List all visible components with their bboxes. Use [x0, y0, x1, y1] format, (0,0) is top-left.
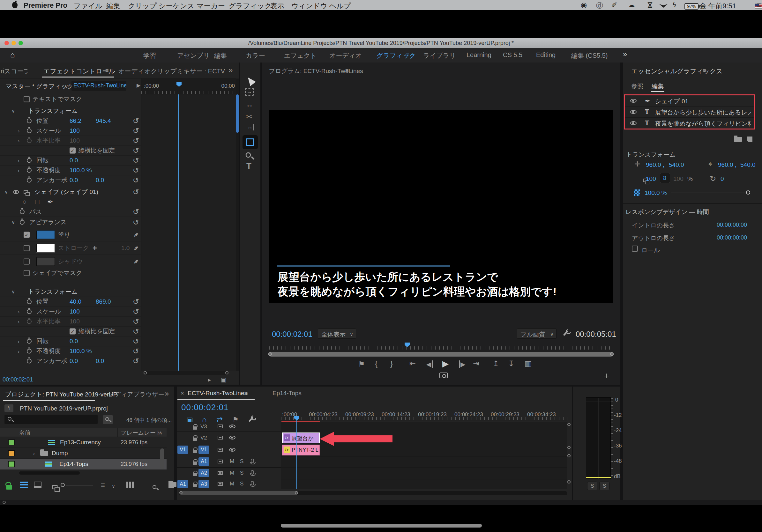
thumbnail-zoom-handle[interactable]: [61, 483, 65, 487]
layer-visibility-eye-icon[interactable]: [630, 99, 637, 103]
dropbox-icon[interactable]: ⓓ: [596, 1, 603, 11]
stopwatch-icon[interactable]: [27, 299, 32, 304]
shadow-color-swatch[interactable]: [37, 257, 55, 266]
layer-visibility-eye-icon[interactable]: [630, 110, 637, 114]
eg-new-layer-icon[interactable]: [747, 137, 752, 142]
chevron-right-icon[interactable]: ›: [18, 138, 20, 144]
caption-line1[interactable]: 展望台から少し歩いた所にあるレストランで: [277, 270, 498, 285]
program-mini-ruler[interactable]: [269, 346, 613, 350]
sort-ascending-icon[interactable]: ∧: [159, 430, 162, 436]
ec-tab-active[interactable]: エフェクトコントロール: [43, 67, 115, 76]
rectangle-tool-selected[interactable]: [243, 135, 258, 149]
eyedropper-icon[interactable]: ✒: [131, 230, 141, 239]
item-name[interactable]: Ep14-Tops: [59, 461, 88, 468]
project-row-ep13[interactable]: Ep13-Currency 23.976 fps: [0, 437, 167, 448]
shape-mask-checkbox[interactable]: [24, 270, 30, 276]
eg-tab-edit[interactable]: 編集: [651, 82, 664, 91]
eg-outro-value[interactable]: 00:00:00:00: [717, 234, 747, 241]
traffic-light-close[interactable]: [4, 41, 9, 45]
label-color-swatch[interactable]: [8, 450, 15, 456]
anchor-x-value[interactable]: 0.0: [70, 177, 78, 184]
traffic-light-minimize[interactable]: [12, 41, 16, 45]
caption-underline-shape[interactable]: [277, 265, 450, 267]
reset-icon[interactable]: ↺: [133, 116, 139, 125]
eg-intro-value[interactable]: 00:00:00:00: [717, 222, 747, 229]
battery-indicator[interactable]: 97%: [684, 3, 699, 10]
icon-view-icon[interactable]: [34, 482, 41, 488]
selection-tool-icon[interactable]: [245, 75, 256, 86]
export-frame-icon[interactable]: [439, 372, 448, 378]
stopwatch-icon[interactable]: [27, 158, 32, 163]
reset-icon[interactable]: ↺: [133, 327, 139, 336]
reset-icon[interactable]: ↺: [133, 207, 139, 216]
step-back-icon[interactable]: ◀: [426, 361, 433, 368]
label-color-swatch[interactable]: [8, 461, 15, 467]
rect-tool-icon[interactable]: □: [35, 198, 39, 206]
mute-button[interactable]: M: [230, 481, 234, 487]
item-name[interactable]: Ep13-Currency: [60, 439, 101, 446]
eg-panel-menu-icon[interactable]: ≡: [703, 67, 706, 74]
ec-tab-scope[interactable]: riスコープ: [1, 67, 28, 76]
ws-tab-edit[interactable]: 編集: [214, 51, 227, 60]
ws-tab-graphics-active[interactable]: グラフィック: [377, 51, 416, 60]
program-settings-wrench-icon[interactable]: [563, 331, 568, 336]
track-scroll-dot[interactable]: [568, 480, 571, 484]
ec-vertical-scrollbar[interactable]: [236, 79, 239, 370]
ec-playhead-line[interactable]: [178, 95, 179, 370]
column-framerate[interactable]: フレームレート: [120, 429, 162, 436]
reset-icon[interactable]: ↺: [133, 176, 139, 185]
ec-section-shape[interactable]: ∨ シェイプ (シェイプ 01) ↺: [0, 187, 141, 197]
position-x-value[interactable]: 40.0: [70, 298, 81, 305]
voiceover-mic-icon[interactable]: [251, 481, 254, 486]
lock-ratio-checkbox[interactable]: [70, 328, 76, 335]
opacity-value[interactable]: 100.0 %: [70, 348, 92, 355]
play-button-icon[interactable]: ▶: [442, 359, 449, 369]
project-list-header[interactable]: 名前 フレームレート ∧: [0, 428, 167, 437]
opacity-value[interactable]: 100.0 %: [70, 167, 92, 174]
scale-value[interactable]: 100: [70, 127, 80, 134]
layer-name[interactable]: 夜景を眺めながら頂くフィリピン料理...: [655, 120, 751, 128]
ellipse-tool-icon[interactable]: ○: [22, 198, 27, 206]
ws-tab-audio[interactable]: オーディオ: [329, 51, 362, 60]
voiceover-mic-icon[interactable]: [251, 459, 254, 463]
chevron-down-icon[interactable]: ∨: [4, 189, 8, 195]
reset-icon[interactable]: ↺: [133, 126, 139, 135]
breadcrumb-up-button[interactable]: ↰: [4, 404, 13, 412]
ec-keyframe-ruler[interactable]: :00:00 00:00: [141, 78, 236, 95]
program-scrollbar[interactable]: [269, 352, 613, 357]
layer-name[interactable]: シェイプ 01: [655, 97, 751, 105]
position-x-value[interactable]: 66.2: [70, 117, 81, 124]
menu-clip[interactable]: クリップ: [128, 1, 157, 11]
add-stroke-icon[interactable]: +: [93, 244, 97, 253]
menu-file[interactable]: ファイル: [74, 1, 103, 11]
layer-name[interactable]: 展望台から少し歩いた所にあるレスト...: [655, 108, 751, 117]
search-in-button[interactable]: [103, 415, 113, 424]
eyedropper-icon[interactable]: ✒: [131, 256, 141, 266]
project-v-scroll-thumb[interactable]: [160, 448, 164, 469]
home-icon[interactable]: ⌂: [10, 50, 15, 59]
track-lock-icon[interactable]: [193, 473, 197, 476]
chevron-right-icon[interactable]: ›: [18, 339, 20, 344]
chevron-right-icon[interactable]: ›: [18, 158, 20, 163]
eg-anchor-x[interactable]: 960.0 ,: [718, 162, 736, 168]
track-output-eye-icon[interactable]: [229, 436, 236, 439]
stopwatch-icon[interactable]: [20, 220, 25, 225]
ec-more-tabs-icon[interactable]: »: [228, 66, 233, 75]
sync-lock-icon[interactable]: [218, 448, 223, 452]
chevron-right-icon[interactable]: ›: [18, 128, 20, 134]
ws-tab-color[interactable]: カラー: [246, 51, 265, 60]
chevron-down-icon[interactable]: ∨: [12, 289, 15, 295]
lift-icon[interactable]: ↥: [493, 359, 499, 368]
automate-sequence-icon[interactable]: [126, 482, 135, 488]
wifi-icon[interactable]: [659, 3, 667, 8]
timeline-tab-close-icon[interactable]: ×: [181, 390, 184, 397]
sort-icon[interactable]: ≡: [101, 481, 105, 489]
ec-master-expand-icon[interactable]: ▶: [137, 82, 140, 88]
project-row-dump[interactable]: › Dump: [0, 448, 167, 459]
track-lock-icon[interactable]: [193, 461, 197, 465]
menu-marker[interactable]: マーカー: [196, 1, 225, 11]
menu-help[interactable]: ヘルプ: [329, 1, 351, 11]
track-output-eye-icon[interactable]: [229, 448, 236, 452]
solo-left-button[interactable]: S: [587, 482, 597, 490]
voiceover-mic-icon[interactable]: [251, 470, 254, 475]
